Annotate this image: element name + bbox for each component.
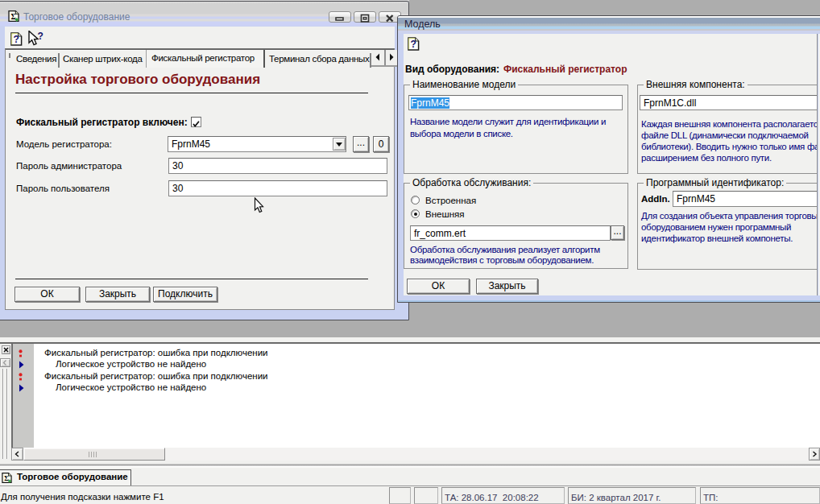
svg-text:?: ?	[411, 39, 416, 50]
svg-text:Σ: Σ	[10, 13, 15, 21]
svg-text:?: ?	[38, 31, 43, 42]
svg-text:?: ?	[14, 34, 19, 45]
